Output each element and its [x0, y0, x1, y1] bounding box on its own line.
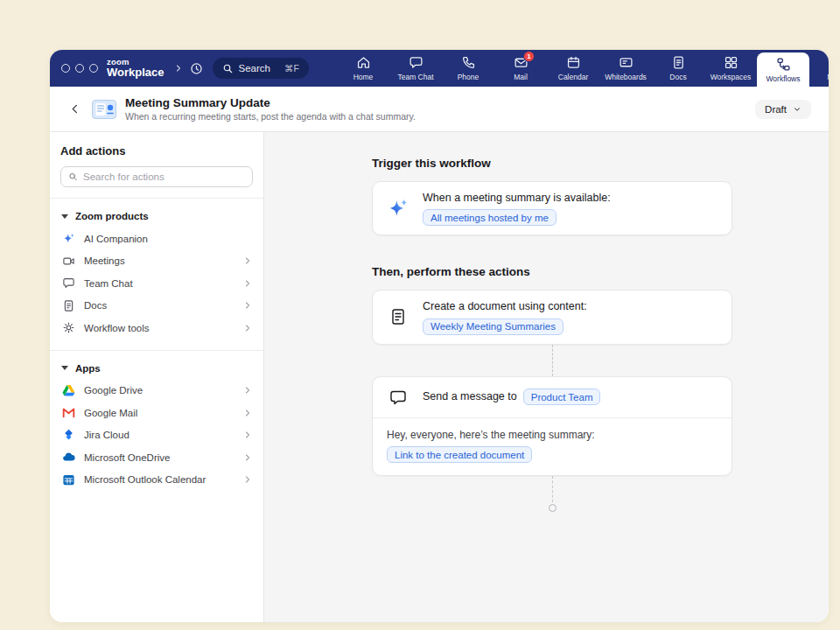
- sidebar-item-label: Team Chat: [84, 278, 133, 289]
- nav-item-phone[interactable]: Phone: [442, 50, 494, 87]
- send-message-action-card[interactable]: Send a message to Product Team Hey, ever…: [372, 376, 732, 477]
- send-message-text: Send a message to: [423, 389, 517, 403]
- nav-item-home[interactable]: Home: [337, 50, 389, 87]
- chevron-right-icon: [242, 300, 253, 311]
- sidebar-item-google-mail[interactable]: Google Mail: [50, 402, 263, 424]
- sidebar-item-meetings[interactable]: Meetings: [50, 250, 263, 273]
- nav-item-workflows[interactable]: Workflows: [757, 52, 809, 87]
- create-document-text: Create a document using content:: [423, 299, 587, 313]
- sidebar-item-label: Workflow tools: [84, 323, 150, 333]
- trigger-card-content: When a meeting summary is available: All…: [423, 191, 611, 226]
- chevron-right-icon: [242, 323, 253, 333]
- trigger-card[interactable]: When a meeting summary is available: All…: [372, 181, 732, 235]
- chevron-down-icon: [793, 105, 802, 114]
- window-controls: [61, 64, 98, 73]
- workflow-canvas: Trigger this workflow When a meeting sum…: [264, 132, 829, 622]
- global-search-button[interactable]: Search ⌘F: [213, 58, 309, 79]
- trigger-section-heading: Trigger this workflow: [372, 157, 829, 170]
- sidebar-item-ai-companion[interactable]: AI Companion: [50, 228, 263, 250]
- nav-item-label: Home: [354, 73, 374, 81]
- mail-unread-badge: 1: [523, 51, 535, 62]
- message-body-text: Hey, everyone, here’s the meeting summar…: [387, 429, 718, 441]
- workflows-icon: [776, 57, 791, 72]
- workflow-titles: Meeting Summary Update When a recurring …: [125, 96, 416, 122]
- nav-item-label: Docs: [669, 73, 686, 81]
- search-shortcut: ⌘F: [284, 63, 299, 74]
- nav-item-label: Phone: [458, 73, 480, 81]
- app-window: zoom Workplace Search ⌘F Home Team Chat: [50, 50, 829, 622]
- nav-item-label: Workspaces: [710, 73, 752, 81]
- section-header-zoom-products[interactable]: Zoom products: [50, 206, 263, 228]
- dashed-connector-line: [552, 476, 553, 502]
- sidebar-item-team-chat[interactable]: Team Chat: [50, 272, 263, 295]
- window-control-dot[interactable]: [75, 64, 84, 73]
- search-label: Search: [239, 63, 270, 74]
- nav-item-workspaces[interactable]: Workspaces: [704, 50, 757, 87]
- document-content-tag[interactable]: Weekly Meeting Summaries: [423, 318, 564, 335]
- whiteboard-icon: [619, 55, 634, 70]
- send-message-line: Send a message to Product Team: [423, 388, 600, 405]
- sidebar-item-google-drive[interactable]: Google Drive: [50, 380, 263, 402]
- logo-workplace-text: Workplace: [107, 66, 164, 79]
- window-control-dot[interactable]: [89, 64, 98, 73]
- docs-icon: [671, 55, 686, 70]
- history-icon[interactable]: [189, 61, 204, 76]
- section-label: Apps: [75, 363, 101, 374]
- actions-search-input[interactable]: [83, 172, 245, 182]
- chevron-right-icon: [242, 430, 253, 440]
- chevron-right-icon: [242, 256, 253, 266]
- sidebar-item-workflow-tools[interactable]: Workflow tools: [50, 317, 263, 340]
- status-badge: Draft: [765, 104, 787, 115]
- chevron-right-icon: [242, 385, 253, 396]
- add-actions-sidebar: Add actions Zoom products AI Companion: [50, 132, 264, 622]
- zoom-workplace-logo: zoom Workplace: [107, 58, 164, 79]
- collapse-triangle-icon: [61, 214, 68, 219]
- page-title: Meeting Summary Update: [125, 96, 416, 109]
- message-link-tag[interactable]: Link to the created document: [387, 446, 532, 463]
- nav-item-label: Mail: [514, 73, 528, 81]
- nav-item-team-chat[interactable]: Team Chat: [389, 50, 442, 87]
- dashed-connector-line: [552, 345, 553, 376]
- sidebar-item-label: Microsoft OneDrive: [84, 452, 170, 463]
- calendar-icon: [566, 55, 581, 70]
- gmail-icon: [61, 406, 75, 419]
- nav-item-docs[interactable]: Docs: [652, 50, 704, 87]
- more-dots-icon: [829, 55, 830, 70]
- window-control-dot[interactable]: [61, 64, 70, 73]
- jira-icon: [61, 429, 75, 442]
- sidebar-item-label: AI Companion: [84, 234, 148, 244]
- status-dropdown[interactable]: Draft: [755, 100, 811, 119]
- nav-item-more[interactable]: More: [809, 50, 829, 87]
- top-navigation-bar: zoom Workplace Search ⌘F Home Team Chat: [50, 50, 829, 87]
- phone-icon: [461, 55, 476, 70]
- primary-nav: Home Team Chat Phone 1 Mail Calendar: [337, 50, 829, 87]
- nav-item-whiteboards[interactable]: Whiteboards: [599, 50, 652, 87]
- nav-item-label: Team Chat: [397, 73, 433, 81]
- sidebar-item-jira-cloud[interactable]: Jira Cloud: [50, 424, 263, 447]
- sidebar-item-microsoft-outlook-calendar[interactable]: Microsoft Outlook Calendar: [50, 469, 263, 492]
- message-recipient-tag[interactable]: Product Team: [523, 388, 601, 405]
- page-subtitle: When a recurring meeting starts, post th…: [125, 111, 416, 122]
- section-header-apps[interactable]: Apps: [50, 358, 263, 380]
- sidebar-item-label: Google Drive: [84, 385, 143, 396]
- back-button[interactable]: [64, 99, 85, 120]
- trigger-scope-tag[interactable]: All meetings hosted by me: [423, 209, 556, 226]
- nav-item-calendar[interactable]: Calendar: [547, 50, 599, 87]
- section-label: Zoom products: [75, 211, 149, 221]
- nav-item-label: Calendar: [558, 73, 589, 81]
- sidebar-item-microsoft-onedrive[interactable]: Microsoft OneDrive: [50, 446, 263, 469]
- create-document-action-card[interactable]: Create a document using content: Weekly …: [372, 290, 732, 344]
- chevron-right-icon: [242, 452, 253, 463]
- message-body: Hey, everyone, here’s the meeting summar…: [373, 418, 732, 476]
- add-step-node[interactable]: [549, 504, 556, 512]
- nav-item-mail[interactable]: 1 Mail: [494, 50, 547, 87]
- chevron-right-icon: [242, 408, 253, 418]
- send-message-header: Send a message to Product Team: [373, 377, 732, 418]
- nav-item-label: More: [827, 73, 829, 81]
- workflow-connector: [372, 345, 732, 376]
- doc-page-icon: [61, 299, 75, 312]
- home-icon: [356, 55, 371, 70]
- sidebar-item-docs[interactable]: Docs: [50, 295, 263, 318]
- sidebar-item-label: Microsoft Outlook Calendar: [84, 474, 206, 485]
- onedrive-icon: [61, 451, 75, 464]
